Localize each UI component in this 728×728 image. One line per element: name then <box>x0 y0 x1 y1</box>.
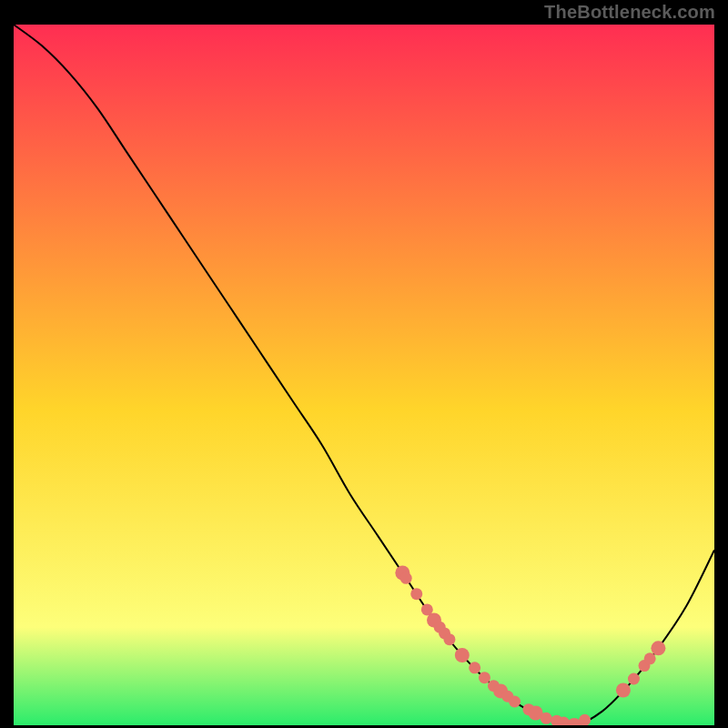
data-marker <box>443 633 455 645</box>
attribution-text: TheBottleneck.com <box>544 2 715 23</box>
data-marker <box>410 588 422 600</box>
data-marker <box>400 572 412 584</box>
data-marker <box>616 683 631 698</box>
data-marker <box>509 696 521 708</box>
plot-area <box>14 25 714 725</box>
data-marker <box>651 641 665 655</box>
data-marker <box>469 662 480 673</box>
data-marker <box>455 648 470 662</box>
data-marker <box>628 672 640 684</box>
chart-stage: TheBottleneck.com <box>0 0 728 728</box>
plot-svg <box>14 25 714 725</box>
data-marker <box>541 713 552 724</box>
gradient-background <box>14 25 714 725</box>
data-marker <box>644 652 656 664</box>
data-marker <box>479 672 490 683</box>
